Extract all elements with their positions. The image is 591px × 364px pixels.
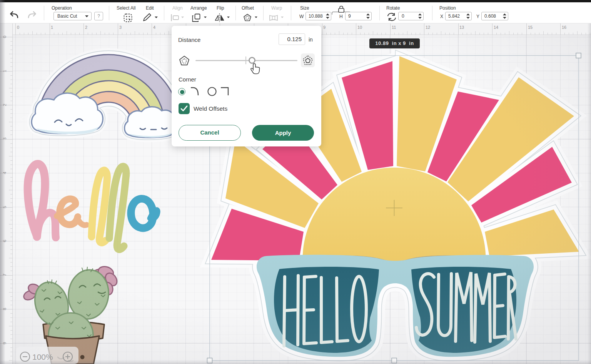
svg-text:100%: 100% [32, 352, 53, 361]
